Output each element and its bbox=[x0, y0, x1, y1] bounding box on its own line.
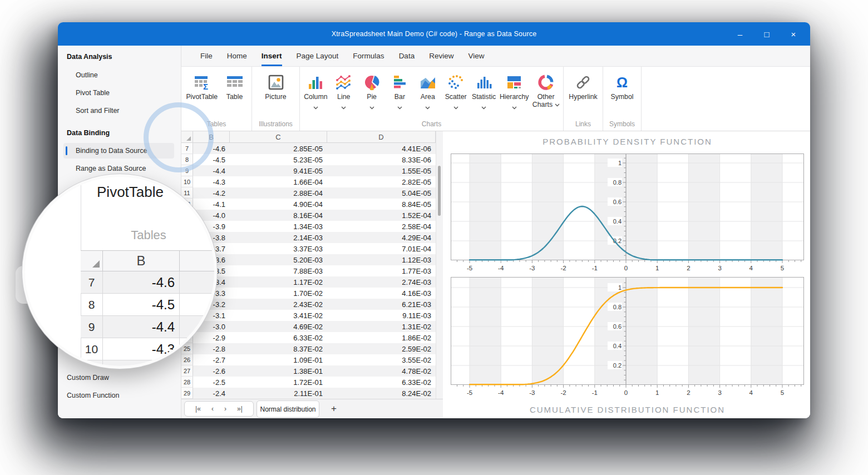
cell-c11[interactable]: 2.88E-04 bbox=[230, 187, 327, 199]
cell-d24[interactable]: 1.86E-02 bbox=[327, 332, 436, 343]
row-header-10[interactable]: 10 bbox=[181, 176, 193, 187]
sheet-tab-normal-distribution[interactable]: Normal distribution bbox=[257, 400, 319, 418]
vertical-scrollbar[interactable] bbox=[436, 131, 443, 399]
ribbon-tab-review[interactable]: Review bbox=[429, 46, 453, 66]
cell-d14[interactable]: 2.58E-04 bbox=[327, 221, 436, 232]
cell-d11[interactable]: 5.04E-05 bbox=[327, 187, 436, 199]
cell-d9[interactable]: 1.55E-05 bbox=[327, 165, 436, 176]
ribbon-button-bar[interactable]: Bar bbox=[387, 67, 412, 105]
cell-c16[interactable]: 3.37E-03 bbox=[230, 243, 327, 254]
maximize-button[interactable]: □ bbox=[753, 22, 780, 46]
cell-d17[interactable]: 1.12E-03 bbox=[327, 254, 436, 265]
minimize-button[interactable]: – bbox=[727, 22, 753, 46]
ribbon-button-other-charts[interactable]: OtherCharts bbox=[532, 67, 560, 108]
cell-b26[interactable]: -2.7 bbox=[193, 354, 230, 365]
ribbon-button-pie[interactable]: Pie bbox=[359, 67, 384, 105]
ribbon-tab-formulas[interactable]: Formulas bbox=[353, 46, 384, 66]
row-header-11[interactable]: 11 bbox=[181, 187, 193, 199]
ribbon-tab-file[interactable]: File bbox=[200, 46, 213, 66]
cell-c21[interactable]: 2.43E-02 bbox=[230, 299, 327, 310]
cell-d29[interactable]: 8.24E-02 bbox=[327, 388, 436, 399]
ribbon-button-hyperlink[interactable]: Hyperlink bbox=[569, 67, 597, 101]
cell-d8[interactable]: 8.33E-06 bbox=[327, 154, 436, 165]
ribbon-button-column[interactable]: Column bbox=[303, 67, 328, 105]
cell-b27[interactable]: -2.6 bbox=[193, 365, 230, 377]
cell-c12[interactable]: 4.90E-04 bbox=[230, 199, 327, 210]
cell-b25[interactable]: -2.8 bbox=[193, 343, 230, 354]
ribbon-button-scatter[interactable]: Scatter bbox=[443, 67, 468, 105]
ribbon-button-symbol[interactable]: ΩSymbol bbox=[610, 67, 634, 101]
ribbon-button-line[interactable]: Line bbox=[332, 67, 356, 105]
cell-c13[interactable]: 8.16E-04 bbox=[230, 210, 327, 221]
cell-c28[interactable]: 1.72E-01 bbox=[230, 377, 327, 388]
sidebar-item-custom-function[interactable]: Custom Function bbox=[58, 388, 181, 403]
cell-b9[interactable]: -4.4 bbox=[193, 165, 230, 176]
row-header-29[interactable]: 29 bbox=[181, 388, 193, 399]
add-sheet-button[interactable]: + bbox=[326, 400, 342, 417]
ribbon-tab-view[interactable]: View bbox=[468, 46, 484, 66]
cell-c24[interactable]: 6.33E-02 bbox=[230, 332, 327, 343]
cell-b24[interactable]: -2.9 bbox=[193, 332, 230, 343]
pdf-chart[interactable]: 0.20.40.60.81-5-4-3-2-1012345 bbox=[451, 154, 804, 277]
cell-d25[interactable]: 2.59E-02 bbox=[327, 343, 436, 354]
cell-d21[interactable]: 6.21E-03 bbox=[327, 299, 436, 310]
cdf-chart[interactable]: 0.20.40.60.81-5-4-3-2-1012345 bbox=[451, 277, 804, 402]
scrollbar-thumb[interactable] bbox=[438, 166, 441, 216]
sidebar-item-custom-draw[interactable]: Custom Draw bbox=[58, 370, 181, 385]
cell-c19[interactable]: 1.17E-02 bbox=[230, 276, 327, 288]
cell-d23[interactable]: 1.31E-02 bbox=[327, 321, 436, 332]
sidebar-item-outline[interactable]: Outline bbox=[58, 67, 181, 83]
cell-c22[interactable]: 3.41E-02 bbox=[230, 310, 327, 321]
ribbon-button-table[interactable]: Table bbox=[223, 67, 247, 101]
prev-sheet-button[interactable]: ‹ bbox=[211, 405, 214, 413]
row-header-26[interactable]: 26 bbox=[181, 354, 193, 365]
cell-d13[interactable]: 1.52E-04 bbox=[327, 210, 436, 221]
row-header-27[interactable]: 27 bbox=[181, 365, 193, 377]
cell-d20[interactable]: 4.16E-03 bbox=[327, 288, 436, 299]
column-header-c[interactable]: C bbox=[230, 131, 327, 143]
cell-d16[interactable]: 7.01E-04 bbox=[327, 243, 436, 254]
cell-d18[interactable]: 1.77E-03 bbox=[327, 265, 436, 276]
cell-c29[interactable]: 2.11E-01 bbox=[230, 388, 327, 399]
next-sheet-button[interactable]: › bbox=[224, 405, 226, 413]
cell-c9[interactable]: 9.41E-05 bbox=[230, 165, 327, 176]
cell-d19[interactable]: 2.74E-03 bbox=[327, 276, 436, 288]
ribbon-button-picture[interactable]: Picture bbox=[264, 67, 288, 101]
cell-b28[interactable]: -2.5 bbox=[193, 377, 230, 388]
cell-c27[interactable]: 1.38E-01 bbox=[230, 365, 327, 377]
cell-b12[interactable]: -4.1 bbox=[193, 199, 230, 210]
cell-c23[interactable]: 4.69E-02 bbox=[230, 321, 327, 332]
cell-c18[interactable]: 7.88E-03 bbox=[230, 265, 327, 276]
sidebar-item-pivot-table[interactable]: Pivot Table bbox=[58, 85, 181, 101]
cell-c7[interactable]: 2.85E-05 bbox=[230, 143, 327, 154]
cell-c10[interactable]: 1.66E-04 bbox=[230, 176, 327, 187]
cell-b29[interactable]: -2.4 bbox=[193, 388, 230, 399]
first-sheet-button[interactable]: |« bbox=[195, 405, 201, 413]
ribbon-tab-data[interactable]: Data bbox=[399, 46, 415, 66]
row-header-28[interactable]: 28 bbox=[181, 377, 193, 388]
cell-c26[interactable]: 1.09E-01 bbox=[230, 354, 327, 365]
cell-c14[interactable]: 1.34E-03 bbox=[230, 221, 327, 232]
cell-b11[interactable]: -4.2 bbox=[193, 187, 230, 199]
cell-c15[interactable]: 2.14E-03 bbox=[230, 232, 327, 243]
cell-d12[interactable]: 8.84E-05 bbox=[327, 199, 436, 210]
cell-d15[interactable]: 4.29E-04 bbox=[327, 232, 436, 243]
ribbon-tab-insert[interactable]: Insert bbox=[262, 46, 282, 66]
cell-d28[interactable]: 6.33E-02 bbox=[327, 377, 436, 388]
cell-c17[interactable]: 5.20E-03 bbox=[230, 254, 327, 265]
ribbon-button-area[interactable]: Area bbox=[416, 67, 440, 105]
ribbon-button-pivottable[interactable]: ΣPivotTable bbox=[186, 67, 218, 101]
column-header-d[interactable]: D bbox=[327, 131, 436, 143]
cell-d26[interactable]: 3.55E-02 bbox=[327, 354, 436, 365]
ribbon-button-statistic[interactable]: Statistic bbox=[472, 67, 496, 105]
cell-c8[interactable]: 5.23E-05 bbox=[230, 154, 327, 165]
last-sheet-button[interactable]: »| bbox=[237, 405, 243, 413]
cell-d7[interactable]: 4.41E-06 bbox=[327, 143, 436, 154]
ribbon-tab-home[interactable]: Home bbox=[227, 46, 247, 66]
ribbon-button-hierarchy[interactable]: Hierarchy bbox=[500, 67, 529, 105]
cell-c20[interactable]: 1.70E-02 bbox=[230, 288, 327, 299]
cell-d27[interactable]: 4.78E-02 bbox=[327, 365, 436, 377]
cell-b10[interactable]: -4.3 bbox=[193, 176, 230, 187]
close-button[interactable]: × bbox=[780, 22, 807, 46]
cell-d22[interactable]: 9.11E-03 bbox=[327, 310, 436, 321]
